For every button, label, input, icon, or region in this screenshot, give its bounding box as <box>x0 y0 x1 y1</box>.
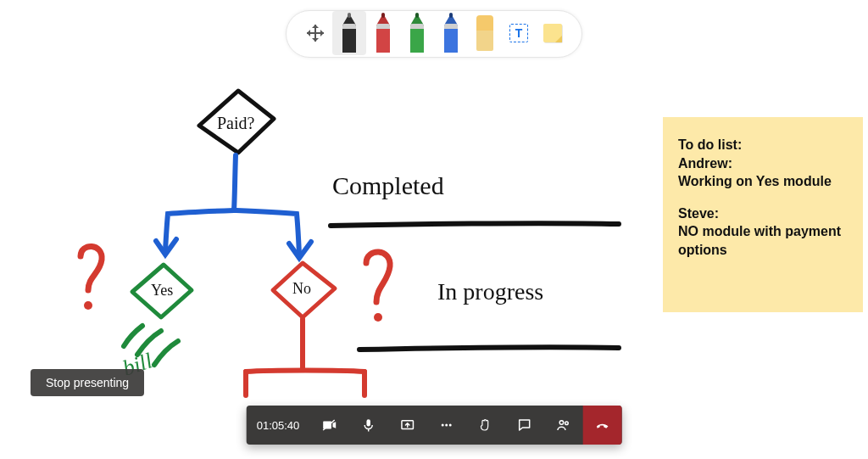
pen-red-tool[interactable] <box>366 11 400 55</box>
camera-toggle-button[interactable] <box>309 406 348 445</box>
call-timer: 01:05:40 <box>247 406 310 445</box>
heading-in-progress: In progress <box>437 278 543 305</box>
sticky-note-tool[interactable] <box>536 11 570 55</box>
svg-point-7 <box>445 424 448 427</box>
whiteboard-toolbar: T <box>286 10 582 58</box>
sticky-line: Andrew: <box>678 154 848 173</box>
pen-blue-tool[interactable] <box>434 11 468 55</box>
sticky-line: Steve: <box>678 204 848 223</box>
mic-toggle-button[interactable] <box>348 406 387 445</box>
share-button[interactable] <box>387 406 426 445</box>
decision-label: Paid? <box>217 114 254 133</box>
pen-red-icon <box>376 14 391 53</box>
participants-button[interactable] <box>543 406 582 445</box>
pen-green-tool[interactable] <box>400 11 434 55</box>
pen-black-icon <box>342 14 357 53</box>
sticky-line: NO module with payment options <box>678 222 848 259</box>
svg-point-8 <box>448 424 451 427</box>
people-icon <box>555 417 570 433</box>
pen-green-icon <box>409 14 425 53</box>
branch-yes-label: Yes <box>151 282 173 299</box>
text-tool[interactable]: T <box>502 11 536 55</box>
branch-no-label: No <box>292 280 311 298</box>
sticky-line: To do list: <box>678 136 848 154</box>
text-tool-icon: T <box>509 24 528 42</box>
heading-completed: Completed <box>332 171 444 200</box>
eraser-tool[interactable] <box>468 11 502 55</box>
svg-point-0 <box>84 301 92 310</box>
move-icon <box>307 25 324 42</box>
stop-presenting-button[interactable]: Stop presenting <box>31 369 144 396</box>
eraser-icon <box>476 15 493 51</box>
raise-hand-button[interactable] <box>465 406 504 445</box>
sticky-note-icon <box>543 24 562 42</box>
svg-point-9 <box>559 421 564 425</box>
sticky-note[interactable]: To do list: Andrew: Working on Yes modul… <box>663 117 863 312</box>
camera-off-icon <box>321 417 337 433</box>
svg-point-1 <box>374 313 382 322</box>
svg-point-10 <box>565 422 568 425</box>
move-tool[interactable] <box>298 11 332 55</box>
svg-rect-3 <box>366 419 370 426</box>
stop-presenting-label: Stop presenting <box>46 376 129 389</box>
hang-up-icon <box>594 417 609 433</box>
svg-point-6 <box>441 424 443 427</box>
pen-blue-icon <box>443 14 459 53</box>
more-actions-button[interactable] <box>426 406 465 445</box>
chat-button[interactable] <box>504 406 543 445</box>
meeting-call-bar: 01:05:40 <box>247 406 622 445</box>
hang-up-button[interactable] <box>582 406 621 445</box>
pen-black-tool[interactable] <box>332 11 366 55</box>
sticky-line: Working on Yes module <box>678 172 848 191</box>
mic-icon <box>360 417 376 433</box>
more-icon <box>438 417 453 433</box>
share-screen-icon <box>399 417 415 433</box>
raise-hand-icon <box>477 417 492 433</box>
chat-icon <box>516 417 531 433</box>
